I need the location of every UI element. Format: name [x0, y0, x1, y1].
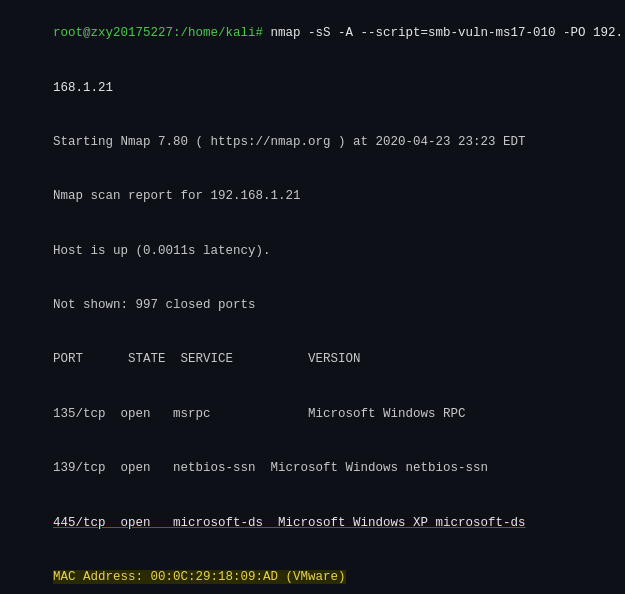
line-445: 445/tcp open microsoft-ds Microsoft Wind…	[8, 495, 617, 549]
terminal-content: root@zxy20175227:/home/kali# nmap -sS -A…	[8, 6, 617, 594]
text-139: 139/tcp open netbios-ssn Microsoft Windo…	[53, 461, 488, 475]
terminal-window: root@zxy20175227:/home/kali# nmap -sS -A…	[0, 0, 625, 594]
line-header: PORT STATE SERVICE VERSION	[8, 332, 617, 386]
text-report: Nmap scan report for 192.168.1.21	[53, 189, 301, 203]
text-notshown: Not shown: 997 closed ports	[53, 298, 256, 312]
text-host: Host is up (0.0011s latency).	[53, 244, 271, 258]
line-135: 135/tcp open msrpc Microsoft Windows RPC	[8, 387, 617, 441]
prompt-user: root@zxy20175227:/home/kali#	[53, 26, 263, 40]
line-starting: Starting Nmap 7.80 ( https://nmap.org ) …	[8, 115, 617, 169]
line-prompt: root@zxy20175227:/home/kali# nmap -sS -A…	[8, 6, 617, 60]
line-prompt2: 168.1.21	[8, 60, 617, 114]
text-header: PORT STATE SERVICE VERSION	[53, 352, 361, 366]
prompt-cmd: nmap -sS -A --script=smb-vuln-ms17-010 -…	[263, 26, 623, 40]
line-report: Nmap scan report for 192.168.1.21	[8, 169, 617, 223]
text-mac: MAC Address: 00:0C:29:18:09:AD (VMware)	[53, 570, 346, 584]
text-445: 445/tcp open microsoft-ds Microsoft Wind…	[53, 516, 526, 530]
text-starting: Starting Nmap 7.80 ( https://nmap.org ) …	[53, 135, 526, 149]
line-mac: MAC Address: 00:0C:29:18:09:AD (VMware)	[8, 550, 617, 594]
line-notshown: Not shown: 997 closed ports	[8, 278, 617, 332]
text-135: 135/tcp open msrpc Microsoft Windows RPC	[53, 407, 466, 421]
prompt-cmd2: 168.1.21	[53, 81, 113, 95]
line-host: Host is up (0.0011s latency).	[8, 224, 617, 278]
line-139: 139/tcp open netbios-ssn Microsoft Windo…	[8, 441, 617, 495]
